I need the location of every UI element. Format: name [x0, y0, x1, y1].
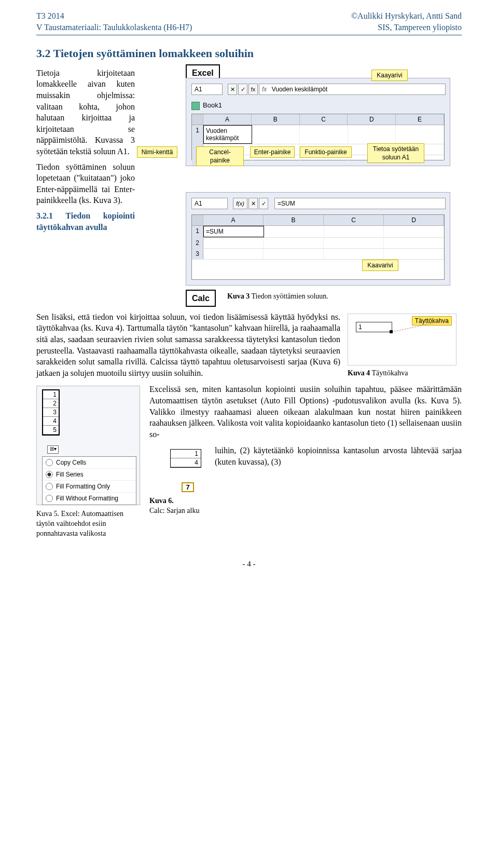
fx-icon: fx: [262, 86, 267, 93]
body-para-2: Tiedon syöttäminen soluun lopetetaan ("k…: [36, 161, 135, 206]
calc-formula-bar[interactable]: =SUM: [274, 198, 446, 209]
page-header: T3 2014 V Taustamateriaali: Taulukkolask…: [36, 10, 462, 33]
svg-line-0: [393, 321, 441, 332]
menu-item-fill-without[interactable]: Fill Without Formatting: [43, 493, 136, 505]
left-text-column: Tietoja kirjoitetaan lomakkeelle aivan k…: [36, 67, 135, 311]
excel-name-box[interactable]: A1: [191, 84, 223, 95]
table-row: 1 Vuoden keskilämpöt: [192, 125, 444, 144]
figure-5-caption: Kuva 5. Excel: Automaattisen täytön vaih…: [36, 509, 140, 539]
callout-kaayarivi: Kaayarivi: [371, 70, 408, 81]
callout-enter: Enter-painike: [250, 146, 295, 158]
menu-item-fill-series[interactable]: Fill Series: [43, 469, 136, 481]
excel-cancel-icon[interactable]: ✕: [228, 84, 237, 95]
menu-item-fill-formatting[interactable]: Fill Formatting Only: [43, 481, 136, 493]
arrow-icon: [390, 318, 447, 334]
callout-kaavarivi: Kaavarivi: [362, 260, 398, 271]
callout-tietoa: Tietoa syötetään soluun A1: [367, 143, 424, 163]
figure-3-diagram: Excel A1 ✕ ✓ fx fx Vuoden keskilämpöt Bo…: [139, 67, 462, 311]
calc-grid[interactable]: A B C D 1 =SUM 2 3: [191, 214, 445, 280]
section-title: 3.2 Tietojen syöttäminen lomakkeen solui…: [36, 46, 462, 61]
header-left-2: V Taustamateriaali: Taulukkolaskenta (H6…: [36, 22, 192, 33]
excel-formula-text: Vuoden keskilämpöt: [272, 86, 328, 93]
figure-5: 1 2 3 4 5 ⊞▾ Copy Cells Fill Series Fill…: [36, 386, 140, 539]
figure-6-caption: Kuva 6. Calc: Sarjan alku: [149, 496, 206, 516]
calc-formula-text: =SUM: [278, 200, 295, 207]
table-row: 1 =SUM: [192, 226, 444, 238]
calc-name-box[interactable]: A1: [191, 198, 228, 209]
autofill-menu: Copy Cells Fill Series Fill Formatting O…: [42, 456, 136, 505]
callout-funktio: Funktio-painike: [300, 146, 352, 158]
excel-formula-bar[interactable]: fx Vuoden keskilämpöt: [259, 84, 446, 95]
figure-6: 1 4 7 Kuva 6. Calc: Sarjan alku: [149, 449, 206, 516]
calc-cancel-icon[interactable]: ✕: [248, 198, 258, 209]
autofill-options-icon[interactable]: ⊞▾: [47, 445, 59, 454]
calc-enter-icon[interactable]: ✓: [259, 198, 268, 209]
header-divider: [36, 35, 462, 35]
table-row: 2: [192, 238, 444, 249]
excel-col-headers: A B C D E: [192, 114, 444, 125]
page-number: - 4 -: [36, 559, 462, 569]
series-next-value: 7: [182, 482, 194, 492]
fill-demo-cell[interactable]: 1: [356, 322, 392, 332]
figure-4-caption: Kuva 4 Täyttökahva: [348, 369, 462, 378]
series-cells: 1 2 3 4 5: [42, 389, 60, 436]
excel-fx-icon[interactable]: fx: [248, 84, 258, 95]
figure-4: 1 Täyttökahva Kuva 4 Täyttökahva: [348, 314, 462, 378]
menu-item-copy-cells[interactable]: Copy Cells: [43, 457, 136, 469]
callout-nimi: Nimi-kenttä: [137, 146, 177, 158]
calc-series-cells: 1 4: [170, 449, 201, 468]
header-left-1: T3 2014: [36, 10, 192, 22]
calc-fx-icon[interactable]: f(x): [233, 198, 247, 209]
workbook-icon: [191, 102, 200, 110]
header-right-1: ©Aulikki Hyrskykari, Antti Sand: [351, 10, 462, 22]
workbook-name: Book1: [203, 101, 222, 109]
header-right-2: SIS, Tampereen yliopisto: [351, 22, 462, 33]
callout-cancel: Cancel-painike: [196, 146, 244, 166]
excel-enter-icon[interactable]: ✓: [238, 84, 247, 95]
calc-screenshot: A1 f(x) ✕ ✓ =SUM A B C D: [186, 192, 450, 286]
calc-label-box: Calc: [186, 290, 216, 307]
calc-col-headers: A B C D: [192, 215, 444, 226]
figure-3-caption: Kuva 3 Kuva 3 Tiedon syöttämien soluun.T…: [227, 292, 328, 302]
body-para-1: Tietoja kirjoitetaan lomakkeelle aivan k…: [36, 67, 135, 157]
table-row: 3: [192, 249, 444, 260]
subsection-title: 3.2.1 Tiedon kopiointi täyttökahvan avul…: [36, 210, 135, 233]
